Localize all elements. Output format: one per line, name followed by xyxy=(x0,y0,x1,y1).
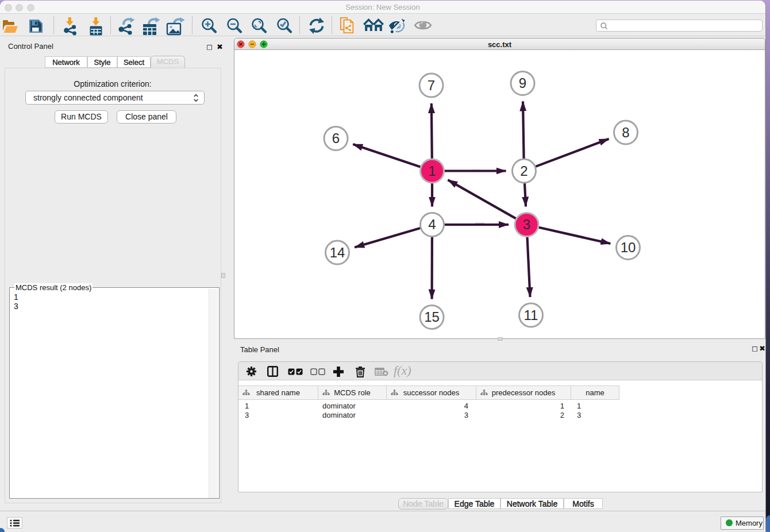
svg-text:11: 11 xyxy=(524,307,538,323)
svg-text:6: 6 xyxy=(332,130,340,146)
svg-text:14: 14 xyxy=(330,245,345,260)
svg-text:4: 4 xyxy=(428,217,436,232)
svg-text:2: 2 xyxy=(520,163,528,179)
svg-text:9: 9 xyxy=(519,75,526,91)
svg-text:8: 8 xyxy=(622,125,629,140)
svg-text:3: 3 xyxy=(523,217,530,232)
svg-text:1: 1 xyxy=(428,163,436,179)
svg-text:10: 10 xyxy=(621,240,636,255)
svg-text:7: 7 xyxy=(428,78,435,93)
svg-text:15: 15 xyxy=(424,309,440,325)
